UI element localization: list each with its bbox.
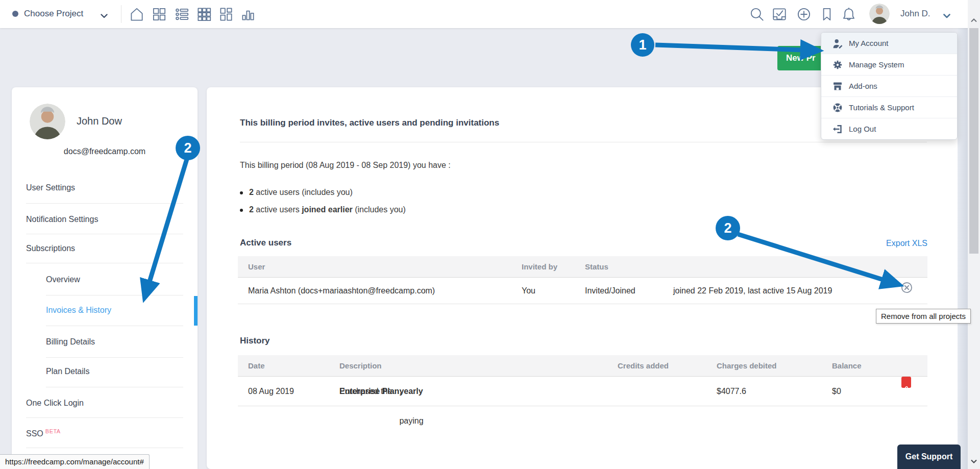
column-header-status: Status — [585, 256, 608, 278]
sidebar-item-billing-details[interactable]: Billing Details — [46, 335, 95, 349]
gear-icon — [832, 60, 843, 70]
column-header-description: Description — [339, 355, 382, 377]
column-header-credits: Credits added — [618, 355, 669, 377]
avatar[interactable] — [869, 4, 890, 24]
active-users-heading: Active users — [240, 238, 291, 248]
cell-user: Maria Ashton (docs+mariaashton@freedcamp… — [248, 278, 435, 304]
sidebar-item-invoices-history[interactable]: Invoices & History — [46, 303, 111, 317]
sidebar-user-email: docs@freedcamp.com — [12, 147, 198, 156]
sidebar-divider — [26, 417, 183, 418]
billing-content-panel: This billing period invites, active user… — [207, 87, 958, 469]
user-menu-trigger[interactable]: John D. — [900, 9, 930, 19]
user-dropdown-menu: My Account Manage System Add-ons Tutoria… — [821, 32, 958, 140]
sidebar-divider — [46, 295, 183, 295]
avatar[interactable] — [30, 104, 65, 139]
user-edit-icon — [832, 38, 843, 48]
page-title: This billing period invites, active user… — [240, 118, 499, 128]
table-row: 08 Aug 2019 Purchased the Enterprise Pla… — [238, 377, 927, 406]
sidebar-user-name: John Dow — [77, 115, 122, 127]
cell-activity: joined 22 Feb 2019, last active 15 Aug 2… — [673, 278, 832, 304]
page-scrollbar[interactable] — [968, 0, 980, 469]
remove-user-icon[interactable] — [901, 278, 913, 289]
logout-icon — [832, 124, 843, 134]
top-bar: Choose Project John D. — [0, 0, 980, 28]
billing-period-line: This billing period (08 Aug 2019 - 08 Se… — [240, 161, 451, 170]
column-header-charges: Charges debited — [717, 355, 777, 377]
pdf-invoice-icon[interactable] — [901, 377, 911, 388]
scroll-down-arrow-icon[interactable] — [970, 457, 977, 466]
add-icon[interactable] — [795, 6, 813, 23]
bullet-dot — [240, 209, 243, 212]
cell-date: 08 Aug 2019 — [248, 377, 294, 406]
chevron-down-icon[interactable] — [101, 11, 108, 20]
table-row: Maria Ashton (docs+mariaashton@freedcamp… — [238, 278, 927, 304]
cell-description: Purchased the Enterprise Plan, paying ye… — [339, 377, 423, 406]
store-icon — [832, 81, 843, 91]
page-gutter — [958, 28, 968, 469]
table-header-row: Date Description Credits added Charges d… — [238, 355, 927, 377]
help-icon — [832, 103, 843, 113]
sidebar-item-one-click-login[interactable]: One Click Login — [26, 396, 84, 410]
settings-sidebar: John Dow docs@freedcamp.com User Setting… — [12, 87, 198, 469]
grid-icon[interactable] — [195, 6, 213, 23]
tasks-icon[interactable] — [771, 6, 788, 23]
cell-balance: $0 — [832, 377, 841, 406]
column-header-user: User — [248, 256, 265, 278]
reports-icon[interactable] — [239, 6, 257, 23]
project-selector[interactable]: Choose Project — [24, 9, 83, 19]
topbar-divider — [121, 5, 121, 23]
menu-item-add-ons[interactable]: Add-ons — [821, 76, 957, 97]
list-icon[interactable] — [174, 6, 191, 23]
sidebar-divider — [26, 263, 183, 263]
bookmark-icon[interactable] — [818, 6, 836, 23]
home-icon[interactable] — [128, 6, 145, 23]
menu-item-log-out[interactable]: Log Out — [821, 118, 957, 140]
remove-tooltip: Remove from all projects — [876, 309, 971, 324]
beta-badge: BETA — [45, 428, 61, 434]
export-xls-link[interactable]: Export XLS — [886, 239, 927, 248]
bullet-dot — [240, 191, 243, 194]
sidebar-item-overview[interactable]: Overview — [46, 273, 80, 287]
menu-item-my-account[interactable]: My Account — [821, 33, 957, 54]
widgets-icon[interactable] — [217, 6, 235, 23]
table-header-row: User Invited by Status — [238, 256, 927, 278]
sidebar-divider — [46, 357, 183, 358]
history-heading: History — [240, 336, 270, 346]
cell-charges: $4077.6 — [717, 377, 746, 406]
dashboard-icon[interactable] — [151, 6, 168, 23]
notifications-icon[interactable] — [840, 6, 857, 23]
history-table: Date Description Credits added Charges d… — [238, 355, 927, 406]
sidebar-divider — [46, 387, 183, 387]
chevron-down-icon[interactable] — [943, 11, 950, 20]
scroll-up-arrow-icon[interactable] — [970, 16, 977, 25]
sidebar-item-sso[interactable]: SSOBETA — [26, 424, 61, 438]
sidebar-divider — [26, 203, 183, 204]
get-support-button[interactable]: Get Support — [897, 445, 961, 469]
menu-item-manage-system[interactable]: Manage System — [821, 54, 957, 76]
annotation-badge-1-label: 1 — [639, 37, 646, 53]
sidebar-item-notification-settings[interactable]: Notification Settings — [26, 212, 98, 227]
menu-item-tutorials-support[interactable]: Tutorials & Support — [821, 97, 957, 118]
cell-invited-by: You — [522, 278, 535, 304]
cell-status: Invited/Joined — [585, 278, 635, 304]
sidebar-divider — [46, 326, 183, 326]
sidebar-divider — [26, 448, 183, 448]
sidebar-item-plan-details[interactable]: Plan Details — [46, 364, 89, 379]
sidebar-item-user-settings[interactable]: User Settings — [26, 181, 75, 195]
content-divider — [240, 142, 927, 142]
sidebar-item-subscriptions[interactable]: Subscriptions — [26, 241, 75, 256]
sidebar-divider — [26, 234, 183, 234]
column-header-invited-by: Invited by — [522, 256, 557, 278]
bullet-active-users: 2 active users (includes you) — [240, 188, 353, 197]
scrollbar-thumb[interactable] — [969, 28, 978, 254]
active-item-indicator — [194, 296, 198, 326]
annotation-badge-1 — [631, 33, 654, 57]
active-users-table: User Invited by Status Maria Ashton (doc… — [238, 256, 927, 304]
browser-status-bar: https://freedcamp.com/manage/account# — [0, 454, 150, 469]
column-header-balance: Balance — [832, 355, 862, 377]
bullet-joined-earlier: 2 active users joined earlier (includes … — [240, 205, 406, 214]
column-header-date: Date — [248, 355, 265, 377]
project-status-dot — [12, 11, 18, 17]
search-icon[interactable] — [748, 6, 766, 23]
